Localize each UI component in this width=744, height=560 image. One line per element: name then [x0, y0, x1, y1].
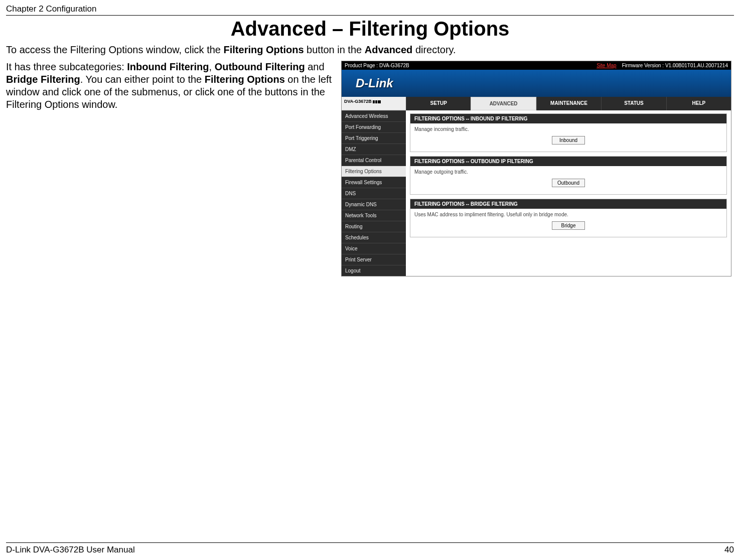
- sidebar-item-port-triggering[interactable]: Port Triggering: [342, 132, 406, 144]
- tab-advanced[interactable]: ADVANCED: [471, 97, 536, 110]
- panel-inbound: FILTERING OPTIONS -- INBOUND IP FILTERIN…: [410, 113, 727, 152]
- bridge-button[interactable]: Bridge: [552, 221, 585, 230]
- intro-text: button in the: [304, 44, 365, 55]
- firmware-version: Firmware Version : V1.00B01T01.AU.200712…: [622, 63, 728, 68]
- sidebar-item-firewall-settings[interactable]: Firewall Settings: [342, 177, 406, 188]
- description-paragraph: It has three subcategories: Inbound Filt…: [6, 61, 332, 111]
- intro-bold-advanced: Advanced: [365, 44, 413, 55]
- firmware-label: [618, 63, 621, 68]
- sidebar-item-voice[interactable]: Voice: [342, 243, 406, 254]
- stripes-icon: [373, 100, 381, 103]
- footer-rule: [6, 542, 734, 543]
- chapter-header: Chapter 2 Configuration: [6, 4, 734, 14]
- tab-help[interactable]: HELP: [666, 97, 731, 110]
- desc-bold-inbound: Inbound Filtering: [127, 61, 209, 72]
- brand-banner: D-Link: [342, 70, 731, 97]
- intro-paragraph: To access the Filtering Options window, …: [6, 44, 734, 56]
- sidebar-item-routing[interactable]: Routing: [342, 221, 406, 232]
- intro-bold-filtering: Filtering Options: [224, 44, 304, 55]
- desc-text: ,: [209, 61, 215, 72]
- panel-desc-bridge: Uses MAC address to impliment filtering.…: [414, 212, 722, 217]
- brand-logo: D-Link: [356, 76, 393, 90]
- outbound-button[interactable]: Outbound: [552, 179, 585, 187]
- desc-text: . You can either point to the: [80, 74, 205, 85]
- main-content: FILTERING OPTIONS -- INBOUND IP FILTERIN…: [406, 110, 731, 276]
- footer-manual-title: D-Link DVA-G3672B User Manual: [6, 545, 135, 555]
- page-number: 40: [724, 545, 734, 555]
- sidebar-item-dmz[interactable]: DMZ: [342, 144, 406, 155]
- sidebar-item-advanced-wireless[interactable]: Advanced Wireless: [342, 110, 406, 121]
- panel-desc-outbound: Manage outgoing traffic.: [414, 169, 722, 175]
- sidebar-item-network-tools[interactable]: Network Tools: [342, 210, 406, 221]
- screenshot-embed: Product Page : DVA-G3672B Site Map Firmw…: [341, 61, 731, 276]
- panel-desc-inbound: Manage incoming traffic.: [414, 126, 722, 132]
- sitemap-link[interactable]: Site Map: [597, 63, 616, 68]
- top-nav-tabs: SETUP ADVANCED MAINTENANCE STATUS HELP: [406, 97, 731, 110]
- panel-head-outbound: FILTERING OPTIONS -- OUTBOUND IP FILTERI…: [410, 157, 726, 166]
- sidebar-item-dynamic-dns[interactable]: Dynamic DNS: [342, 199, 406, 210]
- header-rule: [6, 15, 734, 16]
- panel-head-bridge: FILTERING OPTIONS -- BRIDGE FILTERING: [410, 199, 726, 209]
- sidebar-item-filtering-options[interactable]: Filtering Options: [342, 166, 406, 177]
- sidebar-item-print-server[interactable]: Print Server: [342, 254, 406, 265]
- desc-bold-filtering-options: Filtering Options: [205, 74, 285, 85]
- sidebar-item-parental-control[interactable]: Parental Control: [342, 155, 406, 166]
- panel-head-inbound: FILTERING OPTIONS -- INBOUND IP FILTERIN…: [410, 114, 726, 123]
- inbound-button[interactable]: Inbound: [552, 136, 585, 145]
- tab-maintenance[interactable]: MAINTENANCE: [536, 97, 601, 110]
- tab-status[interactable]: STATUS: [601, 97, 666, 110]
- model-label: DVA-G3672B: [344, 99, 372, 104]
- desc-bold-bridge: Bridge Filtering: [6, 74, 80, 85]
- tab-setup[interactable]: SETUP: [406, 97, 471, 110]
- desc-bold-outbound: Outbound Filtering: [215, 61, 305, 72]
- screenshot-topbar: Product Page : DVA-G3672B Site Map Firmw…: [342, 61, 731, 70]
- desc-text: It has three subcategories:: [6, 61, 127, 72]
- product-page-label: Product Page : DVA-G3672B: [345, 63, 409, 68]
- sidebar-item-logout[interactable]: Logout: [342, 265, 406, 276]
- sidebar-item-schedules[interactable]: Schedules: [342, 232, 406, 243]
- page-title: Advanced – Filtering Options: [6, 18, 734, 40]
- intro-text: To access the Filtering Options window, …: [6, 44, 224, 55]
- sidebar-item-port-forwarding[interactable]: Port Forwarding: [342, 121, 406, 132]
- desc-text: and: [305, 61, 325, 72]
- model-badge: DVA-G3672B: [342, 97, 406, 110]
- sidebar: Advanced Wireless Port Forwarding Port T…: [342, 110, 406, 276]
- sidebar-item-dns[interactable]: DNS: [342, 188, 406, 199]
- panel-outbound: FILTERING OPTIONS -- OUTBOUND IP FILTERI…: [410, 156, 727, 195]
- panel-bridge: FILTERING OPTIONS -- BRIDGE FILTERING Us…: [410, 199, 727, 237]
- intro-text: directory.: [412, 44, 456, 55]
